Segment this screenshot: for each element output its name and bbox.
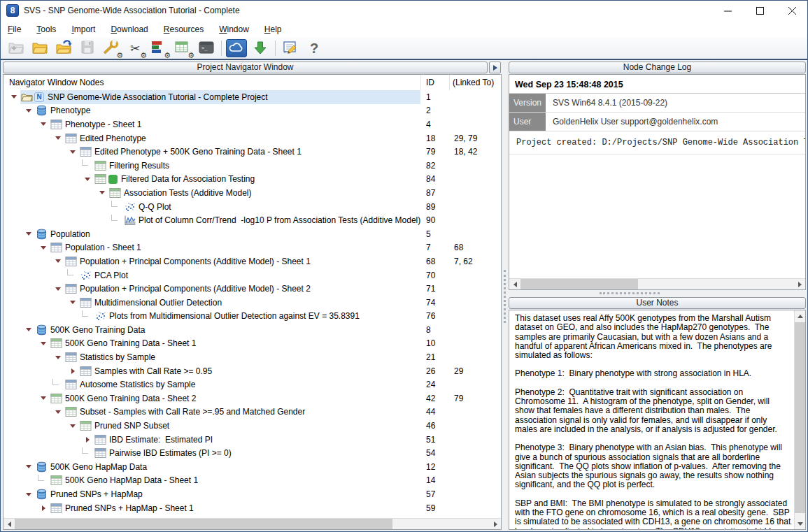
expander-open-icon[interactable] [22,104,35,118]
toolbar-button-import-data[interactable] [53,39,74,57]
scrollbar-thumb[interactable] [795,322,805,513]
node-label[interactable]: Pruned SNP Subset [93,421,169,431]
menu-help[interactable]: Help [262,23,284,36]
node-label[interactable]: Population + Principal Components (Addit… [78,257,311,266]
scrollbar-thumb[interactable] [520,279,638,289]
node-label[interactable]: Pruned SNPs + HapMap [49,489,143,499]
tree-row[interactable]: Autosome Statistics by Sample24 [3,378,501,391]
node-change-log-header[interactable]: Node Change Log [509,62,806,73]
node-label[interactable]: Phenotype - Sheet 1 [64,120,141,129]
menu-download[interactable]: Download [108,23,150,36]
node-label[interactable]: Population + Principal Components (Addit… [78,284,311,294]
close-button[interactable] [776,0,808,21]
project-navigator-header[interactable]: Project Navigator Window [3,62,488,73]
tree-row[interactable]: Phenotype - Sheet 14 [3,117,501,131]
toolbar-button-project-options[interactable]: ⚙ [101,39,122,57]
notes-vertical-scrollbar[interactable] [794,310,805,529]
vertical-splitter-handle[interactable] [504,270,506,323]
tree-row[interactable]: Population + Principal Components (Addit… [3,254,501,268]
tree-row[interactable]: Edited Phenotype + 500K Geno Training Da… [3,145,501,159]
toolbar-button-save[interactable] [77,39,98,57]
expander-open-icon[interactable] [37,391,50,405]
tree-row[interactable]: IBD Estimate: Estimated PI51 [3,433,501,447]
expander-open-icon[interactable] [66,145,79,159]
user-notes-text[interactable]: This dataset uses real Affy 500K genotyp… [509,310,794,529]
maximize-button[interactable] [744,0,776,21]
toolbar-button-new-project[interactable] [6,39,27,57]
expander-open-icon[interactable] [22,323,35,337]
node-label[interactable]: Plot of Column Corr/Trend -log10 P from … [137,215,420,225]
expander-open-icon[interactable] [37,241,50,255]
column-header-nodes[interactable]: Navigator Window Nodes [9,78,104,87]
horizontal-splitter-handle[interactable] [600,292,660,294]
expander-closed-icon[interactable] [66,364,79,378]
scroll-left-arrow[interactable] [3,519,15,529]
node-label[interactable]: Multidimensional Outlier Detection [93,298,222,308]
node-label[interactable]: Subset - Samples with Call Rate >=.95 an… [78,407,305,417]
expander-open-icon[interactable] [66,419,79,433]
tree-row[interactable]: Pairwise IBD Estimates (PI >= 0)54 [3,446,501,460]
expander-closed-icon[interactable] [37,501,50,515]
toolbar-button-spreadsheet-tools[interactable]: ⚙ [172,39,193,57]
node-label[interactable]: 500K Geno Training Data - Sheet 1 [64,338,196,348]
tree-row[interactable]: Population5 [3,227,501,241]
expander-open-icon[interactable] [37,337,50,351]
node-label[interactable]: Filtered Data for Association Testing [120,174,255,184]
menu-tools[interactable]: Tools [34,23,58,36]
expander-open-icon[interactable] [22,227,35,241]
column-header-id[interactable]: ID [426,78,434,87]
log-horizontal-scrollbar[interactable] [509,278,805,289]
tree-row[interactable]: Samples with Call Rate >= 0.952629 [3,364,501,378]
expander-open-icon[interactable] [66,296,79,310]
tree-row[interactable]: Plot of Column Corr/Trend -log10 P from … [3,213,501,227]
scroll-left-arrow[interactable] [509,279,520,289]
expander-closed-icon[interactable] [81,433,94,447]
node-label[interactable]: 500K Geno Training Data [49,325,145,335]
tree-row[interactable]: Statistics by Sample21 [3,350,501,364]
node-label[interactable]: 500K Geno HapMap Data [49,462,147,472]
scroll-right-arrow[interactable] [490,519,501,529]
node-label[interactable]: Population [49,229,90,239]
expander-open-icon[interactable] [22,487,35,501]
tree-row[interactable]: Phenotype2 [3,104,501,118]
tree-row[interactable]: PCA Plot70 [3,268,501,282]
node-label[interactable]: Edited Phenotype [78,134,146,143]
tree-row[interactable]: Plots from Multidimensional Outlier Dete… [3,310,501,324]
tree-row[interactable]: Multidimensional Outlier Detection74 [3,296,501,310]
user-notes-header[interactable]: User Notes [509,297,806,309]
tree-horizontal-scrollbar[interactable] [3,518,501,529]
tree-row[interactable]: Pruned SNP Subset46 [3,419,501,433]
node-label[interactable]: IBD Estimate: Estimated PI [108,435,213,445]
menu-import[interactable]: Import [69,23,97,36]
toolbar-button-open-project[interactable] [29,39,50,57]
tree-row[interactable]: Filtering Results82 [3,159,501,173]
minimize-button[interactable] [711,0,744,21]
toolbar-button-plot-tools[interactable]: ⚙ [148,39,169,57]
node-label[interactable]: PCA Plot [93,271,128,280]
node-label[interactable]: Pruned SNPs + HapMap - Sheet 1 [64,503,194,513]
scroll-right-arrow[interactable] [794,279,805,289]
toolbar-button-cloud-services[interactable] [226,39,247,57]
scrollbar-thumb[interactable] [15,519,392,529]
tree-row[interactable]: Pruned SNPs + HapMap57 [3,487,501,501]
node-label[interactable]: Autosome Statistics by Sample [78,380,195,389]
node-label[interactable]: Pairwise IBD Estimates (PI >= 0) [108,448,232,458]
node-label[interactable]: Filtering Results [108,161,169,171]
menu-resources[interactable]: Resources [162,23,206,36]
toolbar-button-download-data[interactable] [250,39,271,57]
user-notes-panel[interactable]: This dataset uses real Affy 500K genotyp… [509,310,806,530]
tree-row[interactable]: Subset - Samples with Call Rate >=.95 an… [3,405,501,419]
tree-row[interactable]: 500K Geno Training Data8 [3,323,501,337]
tree-row[interactable]: Population - Sheet 1768 [3,241,501,255]
toolbar-button-help[interactable]: ? [304,39,325,57]
tree-row[interactable]: 500K Geno Training Data - Sheet 110 [3,337,501,351]
tree-row[interactable]: Edited Phenotype1829, 79 [3,131,501,145]
node-label[interactable]: Phenotype [49,106,90,115]
toolbar-button-edit-tools[interactable]: ✂⚙ [125,39,146,57]
expander-open-icon[interactable] [81,173,94,187]
tree-row[interactable]: Q-Q Plot89 [3,200,501,214]
tree-row[interactable]: Association Tests (Additive Model)87 [3,186,501,200]
tree-row[interactable]: 500K Geno HapMap Data - Sheet 114 [3,474,501,488]
expander-open-icon[interactable] [96,186,108,200]
menu-file[interactable]: File [6,23,23,36]
